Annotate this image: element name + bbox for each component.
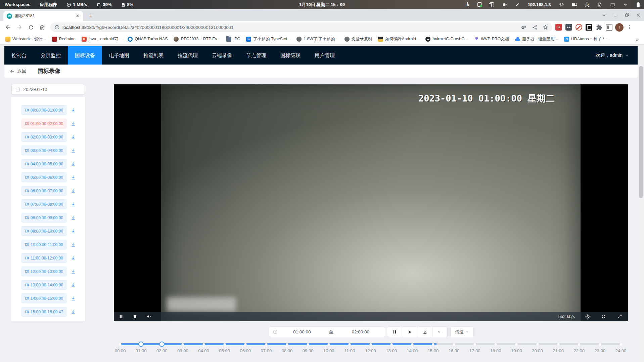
segment-download-button[interactable] xyxy=(69,160,77,168)
omnibox[interactable]: localhost:38080/#/gbRecordDetail/3402000… xyxy=(50,23,552,32)
segment-download-button[interactable] xyxy=(69,147,77,155)
timeline-slider[interactable] xyxy=(120,342,621,347)
extension-panel-icon[interactable] xyxy=(606,24,612,31)
nav-tab[interactable]: 推流列表 xyxy=(136,46,171,65)
player-stop-icon[interactable] xyxy=(131,312,139,321)
extension-js-icon[interactable]: JS xyxy=(555,24,562,31)
page-scrollbar[interactable] xyxy=(638,45,644,362)
segment-button[interactable]: 05:00:00-06:00:00 xyxy=(21,172,66,182)
extension-dark-icon[interactable] xyxy=(586,24,592,31)
bookmark-item[interactable]: hairrrrr/C-CrashC... xyxy=(425,37,468,42)
segment-download-button[interactable] xyxy=(69,133,77,141)
date-picker-input[interactable]: 2023-01-10 xyxy=(11,84,85,94)
segment-download-button[interactable] xyxy=(69,254,77,262)
tray-music-icon[interactable]: b xyxy=(463,0,473,9)
timeline-start-handle[interactable] xyxy=(138,341,144,347)
segment-download-button[interactable] xyxy=(69,173,77,182)
back-link[interactable]: 返回 xyxy=(9,68,27,74)
segment-download-button[interactable] xyxy=(69,281,77,289)
nav-tab[interactable]: 国标设备 xyxy=(68,46,102,65)
scrollbar-thumb[interactable] xyxy=(639,66,643,198)
segment-download-button[interactable] xyxy=(69,241,77,249)
segment-button[interactable]: 06:00:00-07:00:00 xyxy=(21,186,66,196)
segment-download-button[interactable] xyxy=(69,120,77,128)
nav-tab[interactable]: 节点管理 xyxy=(239,46,273,65)
tray-windows-icon[interactable] xyxy=(568,0,581,9)
segment-button[interactable]: 10:00:00-11:00:00 xyxy=(21,240,66,249)
browser-menu-icon[interactable] xyxy=(626,23,634,31)
tab-close-icon[interactable]: ✕ xyxy=(75,13,81,19)
time-range-input[interactable]: 01:00:00 至 02:00:00 xyxy=(269,327,385,337)
segment-download-button[interactable] xyxy=(69,106,77,114)
timeline-end-handle[interactable] xyxy=(159,341,165,347)
new-tab-button[interactable]: + xyxy=(87,12,95,21)
video-player[interactable]: 2023-01-10 01:00:00 星期二 552 kb/s xyxy=(114,84,628,321)
extensions-puzzle-icon[interactable] xyxy=(596,24,602,31)
segment-download-button[interactable] xyxy=(69,214,77,222)
segment-download-button[interactable] xyxy=(69,308,77,316)
segment-button[interactable]: 13:00:00-14:00:00 xyxy=(21,280,66,290)
player-refresh-icon[interactable] xyxy=(599,312,608,321)
segment-button[interactable]: 04:00:00-05:00:00 xyxy=(21,159,66,169)
nav-tab[interactable]: 分屏监控 xyxy=(34,46,68,65)
tray-tablet-icon[interactable] xyxy=(593,0,606,9)
restore-icon[interactable] xyxy=(621,9,633,21)
profile-avatar[interactable]: I xyxy=(615,23,624,32)
fullscreen-icon[interactable] xyxy=(615,312,624,321)
ip-address[interactable]: 192.168.1.3 xyxy=(524,0,555,9)
bookmarks-overflow-icon[interactable]: » xyxy=(636,36,639,42)
tray-clipboard-icon[interactable] xyxy=(486,0,498,9)
applications-menu[interactable]: 应用程序 xyxy=(35,0,62,9)
segment-button[interactable]: 15:00:00-15:09:47 xyxy=(21,307,66,317)
bookmark-item[interactable]: 知 了不起的 TypeScri... xyxy=(246,36,290,42)
battery-icon[interactable] xyxy=(632,0,644,9)
bookmark-item[interactable]: 服务器 - 轻量应用... xyxy=(515,36,558,42)
nav-tab[interactable]: 拉流代理 xyxy=(171,46,205,65)
download-button[interactable] xyxy=(417,327,432,337)
segment-download-button[interactable] xyxy=(69,268,77,276)
bookmark-item[interactable]: 如何编译Android... xyxy=(378,36,419,42)
welcome-menu[interactable]: 欢迎，admin xyxy=(596,46,638,65)
site-info-icon[interactable] xyxy=(54,25,60,30)
forward-icon[interactable] xyxy=(14,22,25,33)
speed-dropdown[interactable]: 倍速 xyxy=(450,327,474,337)
segment-button[interactable]: 08:00:00-09:00:00 xyxy=(21,213,66,223)
home-icon[interactable] xyxy=(37,22,48,33)
language-indicator[interactable]: 英 xyxy=(581,0,594,9)
segment-button[interactable]: 02:00:00-03:00:00 xyxy=(21,132,66,142)
bookmark-item[interactable]: IPC xyxy=(226,37,240,42)
end-time-value[interactable]: 02:00:00 xyxy=(336,329,385,334)
player-pause-icon[interactable] xyxy=(117,312,125,321)
bookmark-item[interactable]: N HDAtmos :: 种子 *... xyxy=(564,36,608,42)
bookmark-item[interactable]: Redmine xyxy=(52,37,76,42)
segment-button[interactable]: 14:00:00-15:00:00 xyxy=(21,293,66,303)
volume-icon[interactable] xyxy=(619,0,632,9)
extension-blocker-icon[interactable] xyxy=(576,24,582,31)
segment-button[interactable]: 07:00:00-08:00:00 xyxy=(21,199,66,209)
segment-button[interactable]: 00:00:00-01:00:00 xyxy=(21,105,66,115)
tray-screenshot-icon[interactable] xyxy=(473,0,486,9)
player-mute-icon[interactable] xyxy=(145,312,153,321)
password-key-icon[interactable] xyxy=(521,24,527,30)
bookmark-item[interactable]: Ψ WVP-PRO文档 xyxy=(474,36,509,42)
bookmark-star-icon[interactable] xyxy=(542,24,549,31)
back-icon[interactable] xyxy=(3,22,13,33)
bookmark-item[interactable]: QNAP Turbo NAS xyxy=(128,37,168,42)
tray-home-icon[interactable] xyxy=(555,0,568,9)
segment-button[interactable]: 11:00:00-12:00:00 xyxy=(21,253,66,263)
nav-tab[interactable]: 电子地图 xyxy=(102,46,136,65)
close-window-icon[interactable] xyxy=(633,9,644,21)
bookmark-item[interactable]: RFC2833 – RTP Ev... xyxy=(174,37,220,42)
start-time-value[interactable]: 01:00:00 xyxy=(278,329,326,334)
browser-tab[interactable]: W 国标28181 ✕ xyxy=(3,11,83,21)
nav-tab[interactable]: 云端录像 xyxy=(205,46,239,65)
seek-back-button[interactable] xyxy=(432,327,448,337)
desktop-clock[interactable]: 1月10日 星期二 15：09 xyxy=(299,0,345,9)
segment-button[interactable]: 01:00:00-02:00:00 xyxy=(21,119,66,128)
segment-download-button[interactable] xyxy=(69,294,77,303)
segment-download-button[interactable] xyxy=(69,200,77,208)
nav-tab[interactable]: 国标级联 xyxy=(273,46,308,65)
segment-download-button[interactable] xyxy=(69,187,77,195)
bookmark-item[interactable]: Webstack - 设计... xyxy=(5,36,46,42)
workspaces-menu[interactable]: Workspaces xyxy=(0,0,35,9)
